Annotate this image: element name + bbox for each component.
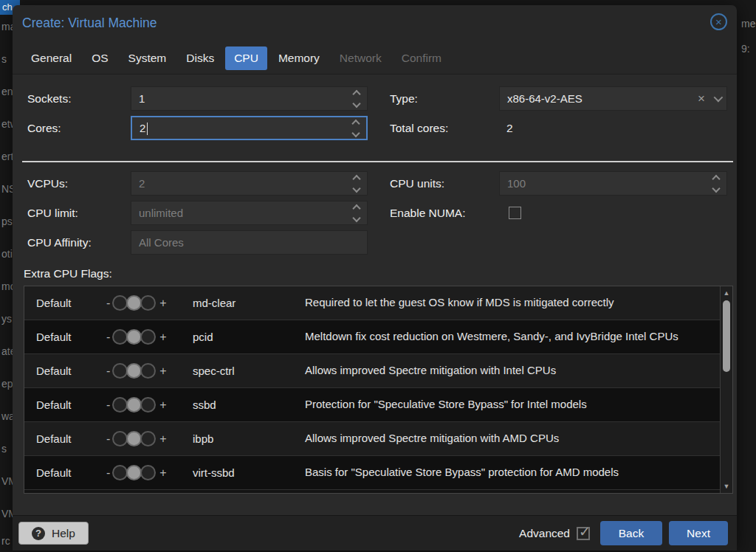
screen: chmasenetwertNSpsotimoysateepwasVMVMrc m…: [0, 0, 756, 552]
flag-state-label: Default: [36, 297, 103, 309]
slider-dot-default[interactable]: [126, 329, 142, 345]
cores-spinner[interactable]: [353, 120, 359, 136]
total-cores-label: Total cores:: [390, 116, 448, 140]
slider-dot-off[interactable]: [112, 465, 128, 480]
slider-dot-off[interactable]: [112, 329, 128, 345]
vcpus-input: [139, 177, 346, 190]
plus-icon[interactable]: +: [156, 331, 170, 344]
backdrop-text-fragment: ps: [1, 215, 13, 227]
sockets-input[interactable]: [139, 92, 346, 105]
flag-tristate-slider[interactable]: - +: [103, 363, 193, 379]
total-cores-value: 2: [506, 116, 513, 140]
backdrop-text-fragment: en: [1, 86, 13, 97]
backdrop-text-fragment: rc: [1, 535, 10, 547]
tab-system[interactable]: System: [120, 46, 176, 70]
slider-dot-off[interactable]: [112, 431, 128, 446]
sockets-field[interactable]: [131, 86, 368, 111]
backdrop-text-fragment: me: [741, 18, 755, 30]
scroll-up-icon[interactable]: ▲: [721, 289, 732, 297]
tab-memory[interactable]: Memory: [269, 46, 329, 70]
tab-confirm: Confirm: [393, 46, 450, 70]
cpu-limit-field: [131, 201, 368, 225]
plus-icon[interactable]: +: [156, 432, 170, 446]
cpu-affinity-input: [139, 236, 360, 249]
tab-os[interactable]: OS: [83, 46, 117, 70]
scroll-down-icon[interactable]: ▼: [721, 483, 732, 490]
slider-dot-default[interactable]: [126, 363, 142, 379]
slider-dot-on[interactable]: [140, 397, 156, 413]
advanced-checkbox[interactable]: ✓: [577, 527, 590, 540]
flag-name: md-clear: [193, 297, 305, 309]
advanced-label: Advanced: [519, 527, 570, 540]
flag-row[interactable]: Default - + ibpb Allows improved Spectre…: [24, 422, 720, 456]
spinner-down-icon[interactable]: [351, 128, 360, 137]
dialog-footer: ? Help Advanced ✓ Back Next: [13, 515, 737, 551]
flag-row[interactable]: Default - + md-clear Required to let the…: [24, 286, 720, 320]
enable-numa-label: Enable NUMA:: [390, 201, 466, 225]
cores-label: Cores:: [27, 116, 61, 140]
flag-description: Basis for "Speculative Store Bypass" pro…: [305, 465, 712, 480]
spinner-up-icon[interactable]: [351, 119, 360, 127]
plus-icon[interactable]: +: [156, 399, 170, 412]
sockets-label: Sockets:: [27, 86, 71, 111]
vcpus-label: VCPUs:: [27, 171, 68, 196]
slider-dot-off[interactable]: [112, 363, 128, 379]
scrollbar-thumb[interactable]: [723, 300, 730, 372]
flag-row[interactable]: Default - + pcid Meltdown fix cost reduc…: [24, 320, 720, 354]
flag-row[interactable]: Default - + ssbd Protection for "Specula…: [24, 388, 720, 422]
back-button[interactable]: Back: [600, 521, 662, 545]
advanced-separator: [22, 161, 733, 162]
flag-description: Allows improved Spectre mitigation with …: [305, 363, 712, 378]
flag-tristate-slider[interactable]: - +: [103, 465, 193, 480]
slider-dot-default[interactable]: [126, 431, 142, 446]
flag-tristate-slider[interactable]: - +: [103, 329, 193, 345]
cpu-limit-spinner: [354, 205, 360, 221]
clear-icon[interactable]: ×: [698, 92, 705, 106]
cpu-affinity-label: CPU Affinity:: [27, 230, 92, 255]
extra-cpu-flags-label: Extra CPU Flags:: [24, 267, 112, 280]
flag-state-label: Default: [36, 399, 103, 411]
plus-icon[interactable]: +: [156, 297, 170, 310]
slider-dot-off[interactable]: [112, 397, 128, 413]
tab-general[interactable]: General: [22, 46, 80, 70]
close-icon[interactable]: ×: [710, 13, 727, 30]
slider-dot-on[interactable]: [140, 431, 156, 446]
cores-field[interactable]: [131, 116, 368, 140]
create-vm-dialog: Create: Virtual Machine × GeneralOSSyste…: [13, 5, 737, 551]
slider-dot-on[interactable]: [140, 329, 156, 345]
flag-name: pcid: [193, 331, 305, 343]
tab-cpu[interactable]: CPU: [225, 46, 267, 70]
flag-description: Meltdown fix cost reduction on Westmere,…: [305, 329, 712, 344]
flag-row[interactable]: Default - + virt-ssbd Basis for "Specula…: [24, 456, 720, 490]
enable-numa-checkbox[interactable]: [509, 207, 521, 219]
cpu-type-combobox[interactable]: x86-64-v2-AES ×: [499, 86, 727, 111]
slider-dot-on[interactable]: [140, 465, 156, 480]
next-button[interactable]: Next: [669, 521, 728, 545]
slider-dot-on[interactable]: [140, 295, 156, 311]
table-scrollbar[interactable]: ▲ ▼: [720, 286, 732, 493]
slider-dot-default[interactable]: [126, 295, 142, 311]
slider-dot-default[interactable]: [126, 465, 142, 480]
help-button[interactable]: ? Help: [18, 522, 89, 545]
chevron-down-icon[interactable]: [714, 93, 724, 103]
spinner-down-icon: [352, 213, 360, 221]
vcpus-spinner: [354, 176, 360, 191]
slider-dot-on[interactable]: [140, 363, 156, 379]
flag-tristate-slider[interactable]: - +: [103, 295, 193, 311]
plus-icon[interactable]: +: [156, 365, 170, 378]
cpu-flags-rows: Default - + md-clear Required to let the…: [24, 286, 720, 490]
slider-dot-default[interactable]: [126, 397, 142, 413]
flag-tristate-slider[interactable]: - +: [103, 431, 193, 446]
dialog-title: Create: Virtual Machine: [22, 15, 157, 31]
slider-dot-off[interactable]: [112, 295, 128, 311]
backdrop-text-fragment: oti: [1, 248, 13, 260]
spinner-up-icon[interactable]: [352, 89, 360, 97]
tab-disks[interactable]: Disks: [177, 46, 223, 70]
spinner-down-icon[interactable]: [352, 99, 360, 107]
flag-tristate-slider[interactable]: - +: [103, 397, 193, 413]
plus-icon[interactable]: +: [156, 466, 170, 480]
backdrop-text-fragment: 9:: [741, 43, 750, 55]
sockets-spinner[interactable]: [354, 91, 360, 106]
cores-input[interactable]: [140, 122, 346, 134]
flag-row[interactable]: Default - + spec-ctrl Allows improved Sp…: [24, 354, 720, 388]
